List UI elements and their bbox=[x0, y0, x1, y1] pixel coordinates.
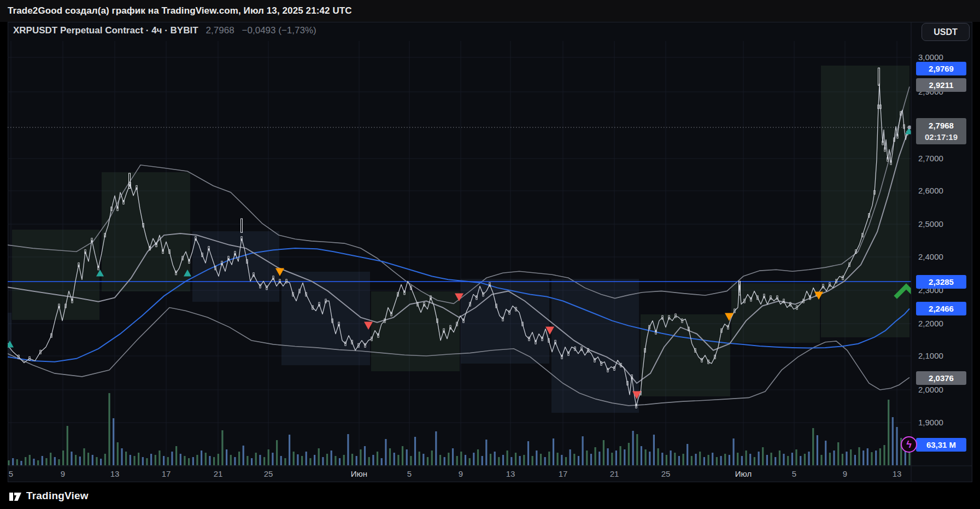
price-axis[interactable]: 3,00002,90002,70002,60002,50002,40002,30… bbox=[911, 22, 972, 466]
volume-bar bbox=[218, 454, 219, 465]
volume-bar bbox=[561, 455, 562, 465]
volume-bar bbox=[703, 457, 705, 465]
symbol-title: XRPUSDT Perpetual Contract · 4ч · BYBIT bbox=[13, 25, 198, 36]
price-axis-label: 2,0000 bbox=[918, 385, 943, 394]
volume-bar bbox=[322, 457, 324, 465]
volume-bar bbox=[658, 448, 659, 465]
volume-bar bbox=[414, 437, 416, 465]
volume-bar bbox=[896, 427, 897, 465]
volume-bar bbox=[712, 453, 713, 465]
volume-bar bbox=[507, 451, 508, 465]
price-chart[interactable] bbox=[0, 0, 980, 509]
volume-bar bbox=[590, 454, 592, 465]
volume-bar bbox=[205, 453, 207, 465]
time-axis[interactable]: 5913172125Июн5913172125Июл5913 bbox=[8, 466, 972, 482]
volume-bar bbox=[117, 442, 119, 465]
volume-bar bbox=[133, 456, 135, 465]
tradingview-wordmark[interactable]: TradingView bbox=[26, 490, 89, 502]
volume-bar bbox=[812, 428, 814, 465]
volume-bar bbox=[683, 454, 684, 465]
volume-bar bbox=[37, 460, 39, 465]
price-badge: 2,0376 bbox=[916, 371, 966, 385]
time-axis-label: 21 bbox=[610, 469, 619, 478]
volume-bar bbox=[510, 457, 512, 465]
page: Trade2Good создал(а) график на TradingVi… bbox=[0, 0, 980, 509]
volume-bar bbox=[485, 440, 487, 465]
volume-bar bbox=[8, 460, 9, 465]
volume-bar bbox=[888, 400, 889, 465]
volume-bar bbox=[75, 455, 77, 465]
volume-bar bbox=[335, 456, 336, 465]
plot-area[interactable] bbox=[6, 41, 916, 465]
price-axis-label: 2,7000 bbox=[918, 154, 943, 163]
volume-bar bbox=[150, 454, 152, 465]
price-axis-label: 2,5000 bbox=[918, 219, 943, 229]
price-axis-label: 2,2000 bbox=[918, 319, 943, 328]
volume-bar bbox=[817, 435, 818, 465]
tradingview-logo-icon[interactable] bbox=[9, 489, 22, 502]
volume-bar bbox=[221, 430, 223, 465]
volume-bar bbox=[540, 454, 542, 465]
volume-bar bbox=[758, 452, 760, 465]
volume-bar bbox=[737, 453, 738, 465]
volume-bar bbox=[209, 456, 210, 465]
volume-bar bbox=[800, 456, 801, 465]
volume-bar bbox=[12, 458, 14, 465]
volume-bar bbox=[351, 454, 353, 465]
volume-bar bbox=[808, 452, 809, 465]
volume-bar bbox=[192, 457, 194, 465]
volume-bar bbox=[523, 455, 525, 465]
volume-bar bbox=[121, 448, 122, 465]
volume-bar bbox=[130, 455, 131, 465]
volume-bar bbox=[871, 452, 872, 465]
price-axis-label: 1,9000 bbox=[918, 418, 943, 427]
volume-bar bbox=[746, 451, 747, 465]
volume-bar bbox=[188, 458, 190, 465]
volume-bar bbox=[473, 453, 474, 465]
volume-bar bbox=[142, 457, 144, 465]
time-axis-label: 25 bbox=[661, 469, 671, 478]
volume-bar bbox=[494, 452, 496, 465]
volume-bar bbox=[230, 455, 232, 465]
price-badge: 2,9769 bbox=[916, 62, 966, 75]
volume-bar bbox=[515, 453, 517, 465]
time-axis-label: 21 bbox=[214, 469, 223, 478]
volume-bar bbox=[498, 457, 500, 465]
volume-bar bbox=[284, 458, 286, 465]
volume-bar bbox=[620, 446, 621, 465]
volume-bar bbox=[708, 455, 709, 465]
volume-bar bbox=[251, 458, 253, 465]
volume-bar bbox=[238, 452, 240, 465]
time-axis-label: 5 bbox=[9, 469, 13, 478]
volume-bar bbox=[138, 453, 139, 465]
volume-bar bbox=[419, 452, 420, 465]
volume-bar bbox=[720, 456, 722, 465]
volume-bar bbox=[29, 455, 31, 465]
volume-bar bbox=[573, 454, 575, 465]
volume-bar bbox=[460, 452, 462, 465]
volume-bar bbox=[482, 456, 483, 465]
volume-bar bbox=[45, 458, 47, 465]
countdown-price: 2,7968 bbox=[929, 120, 954, 131]
currency-toggle-button[interactable]: USDT bbox=[922, 23, 970, 41]
volume-bar bbox=[113, 418, 114, 465]
volume-bar bbox=[858, 447, 860, 465]
volume-bar bbox=[771, 453, 772, 465]
volume-bar bbox=[431, 451, 433, 465]
volume-bar bbox=[532, 456, 533, 465]
volume-bar bbox=[691, 456, 693, 465]
volume-bar bbox=[645, 449, 647, 465]
volume-bar bbox=[297, 454, 298, 465]
volume-bar bbox=[557, 453, 559, 465]
volume-bar bbox=[87, 453, 89, 465]
volume-bar bbox=[33, 459, 34, 465]
lightning-boost-icon[interactable]: ϟ bbox=[901, 436, 917, 453]
volume-bar bbox=[58, 459, 60, 465]
volume-bar bbox=[741, 456, 743, 465]
volume-bar bbox=[477, 449, 479, 465]
volume-bar bbox=[146, 458, 148, 465]
volume-bar bbox=[427, 457, 429, 465]
volume-bar bbox=[372, 455, 374, 465]
volume-bar bbox=[716, 457, 718, 465]
volume-bar bbox=[364, 446, 366, 465]
